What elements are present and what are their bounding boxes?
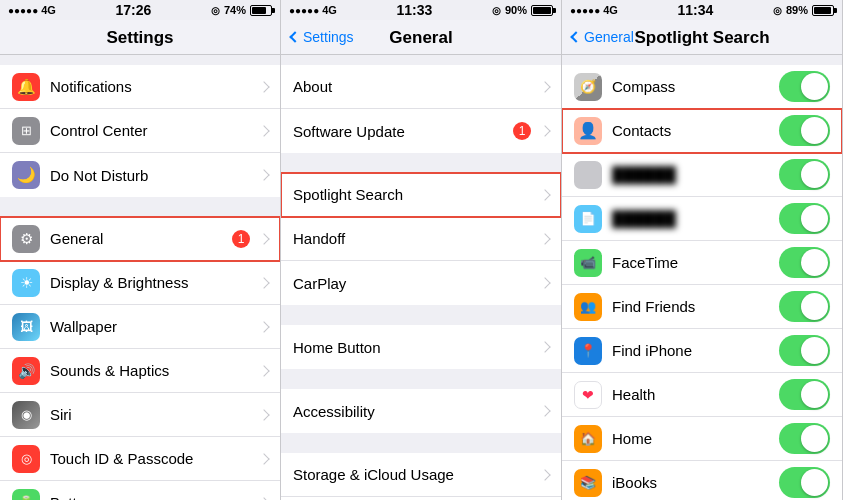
touchid-chevron bbox=[258, 453, 269, 464]
blurred1-toggle[interactable] bbox=[779, 159, 830, 190]
control-center-chevron bbox=[258, 125, 269, 136]
spotlight-item-home[interactable]: 🏠 Home bbox=[562, 417, 842, 461]
health-icon: ❤ bbox=[574, 381, 602, 409]
general-divider-2 bbox=[281, 305, 561, 315]
status-left-general: ●●●●● 4G bbox=[289, 4, 337, 16]
spotlight-scroll[interactable]: 🧭 Compass 👤 Contacts ██████ bbox=[562, 55, 842, 500]
settings-item-notifications[interactable]: 🔔 Notifications bbox=[0, 65, 280, 109]
location-icon-general: ◎ bbox=[492, 5, 501, 16]
spotlight-item-find-friends[interactable]: 👥 Find Friends bbox=[562, 285, 842, 329]
find-friends-icon: 👥 bbox=[574, 293, 602, 321]
compass-toggle[interactable] bbox=[779, 71, 830, 102]
siri-icon: ◉ bbox=[12, 401, 40, 429]
compass-label: Compass bbox=[612, 78, 779, 95]
sounds-icon: 🔊 bbox=[12, 357, 40, 385]
control-center-icon: ⊞ bbox=[12, 117, 40, 145]
spotlight-item-blurred2[interactable]: 📄 ██████ bbox=[562, 197, 842, 241]
settings-item-touchid[interactable]: ◎ Touch ID & Passcode bbox=[0, 437, 280, 481]
spotlight-item-compass[interactable]: 🧭 Compass bbox=[562, 65, 842, 109]
home-toggle-knob bbox=[801, 425, 828, 452]
general-item-about[interactable]: About bbox=[281, 65, 561, 109]
contacts-toggle-knob bbox=[801, 117, 828, 144]
touchid-label: Touch ID & Passcode bbox=[50, 450, 256, 467]
spotlight-item-contacts[interactable]: 👤 Contacts bbox=[562, 109, 842, 153]
settings-scroll[interactable]: 🔔 Notifications ⊞ Control Center 🌙 Do No… bbox=[0, 55, 280, 500]
home-button-label: Home Button bbox=[293, 339, 537, 356]
blurred2-toggle[interactable] bbox=[779, 203, 830, 234]
settings-item-display[interactable]: ☀ Display & Brightness bbox=[0, 261, 280, 305]
health-toggle-knob bbox=[801, 381, 828, 408]
notifications-icon: 🔔 bbox=[12, 73, 40, 101]
find-iphone-toggle[interactable] bbox=[779, 335, 830, 366]
general-item-carplay[interactable]: CarPlay bbox=[281, 261, 561, 305]
display-chevron bbox=[258, 277, 269, 288]
status-left-spotlight: ●●●●● 4G bbox=[570, 4, 618, 16]
find-friends-label: Find Friends bbox=[612, 298, 779, 315]
spotlight-item-find-iphone[interactable]: 📍 Find iPhone bbox=[562, 329, 842, 373]
blurred1-label: ██████ bbox=[612, 166, 779, 183]
status-right-general: ◎ 90% bbox=[492, 4, 553, 16]
battery-settings-icon: 🔋 bbox=[12, 489, 40, 501]
location-icon-spotlight: ◎ bbox=[773, 5, 782, 16]
ibooks-toggle[interactable] bbox=[779, 467, 830, 498]
general-item-spotlight[interactable]: Spotlight Search bbox=[281, 173, 561, 217]
status-right-spotlight: ◎ 89% bbox=[773, 4, 834, 16]
general-item-storage[interactable]: Storage & iCloud Usage bbox=[281, 453, 561, 497]
find-iphone-toggle-knob bbox=[801, 337, 828, 364]
spotlight-back-button[interactable]: General bbox=[572, 29, 634, 45]
general-back-label: Settings bbox=[303, 29, 354, 45]
spotlight-header: General Spotlight Search bbox=[562, 20, 842, 55]
touchid-icon: ◎ bbox=[12, 445, 40, 473]
spotlight-item-blurred1[interactable]: ██████ bbox=[562, 153, 842, 197]
general-scroll[interactable]: About Software Update 1 Spotlight Search… bbox=[281, 55, 561, 500]
battery-icon-general bbox=[531, 5, 553, 16]
settings-item-dnd[interactable]: 🌙 Do Not Disturb bbox=[0, 153, 280, 197]
settings-item-control-center[interactable]: ⊞ Control Center bbox=[0, 109, 280, 153]
find-friends-toggle[interactable] bbox=[779, 291, 830, 322]
general-item-accessibility[interactable]: Accessibility bbox=[281, 389, 561, 433]
carplay-chevron bbox=[539, 277, 550, 288]
settings-item-sounds[interactable]: 🔊 Sounds & Haptics bbox=[0, 349, 280, 393]
signal-dots-general: ●●●●● bbox=[289, 5, 319, 16]
spotlight-item-health[interactable]: ❤ Health bbox=[562, 373, 842, 417]
status-left: ●●●●● 4G bbox=[8, 4, 56, 16]
facetime-icon: 📹 bbox=[574, 249, 602, 277]
general-section-3: Home Button bbox=[281, 325, 561, 369]
battery-pct-spotlight: 89% bbox=[786, 4, 808, 16]
display-icon: ☀ bbox=[12, 269, 40, 297]
accessibility-label: Accessibility bbox=[293, 403, 537, 420]
find-iphone-icon: 📍 bbox=[574, 337, 602, 365]
general-divider-4 bbox=[281, 433, 561, 443]
blurred1-icon bbox=[574, 161, 602, 189]
blurred2-toggle-knob bbox=[801, 205, 828, 232]
settings-header: Settings bbox=[0, 20, 280, 55]
health-toggle[interactable] bbox=[779, 379, 830, 410]
contacts-toggle[interactable] bbox=[779, 115, 830, 146]
home-spotlight-icon: 🏠 bbox=[574, 425, 602, 453]
settings-item-battery[interactable]: 🔋 Battery bbox=[0, 481, 280, 500]
settings-item-general[interactable]: ⚙ General 1 bbox=[0, 217, 280, 261]
general-label: General bbox=[50, 230, 232, 247]
settings-item-siri[interactable]: ◉ Siri bbox=[0, 393, 280, 437]
status-bar-general: ●●●●● 4G 11:33 ◎ 90% bbox=[281, 0, 561, 20]
signal-dots-spotlight: ●●●●● bbox=[570, 5, 600, 16]
carrier-spotlight: 4G bbox=[603, 4, 618, 16]
general-item-home-button[interactable]: Home Button bbox=[281, 325, 561, 369]
facetime-toggle[interactable] bbox=[779, 247, 830, 278]
home-toggle[interactable] bbox=[779, 423, 830, 454]
general-back-button[interactable]: Settings bbox=[291, 29, 354, 45]
spotlight-section: 🧭 Compass 👤 Contacts ██████ bbox=[562, 65, 842, 500]
storage-label: Storage & iCloud Usage bbox=[293, 466, 537, 483]
spotlight-label: Spotlight Search bbox=[293, 186, 537, 203]
settings-title: Settings bbox=[106, 28, 173, 47]
general-divider-1 bbox=[281, 153, 561, 163]
spotlight-item-facetime[interactable]: 📹 FaceTime bbox=[562, 241, 842, 285]
accessibility-chevron bbox=[539, 405, 550, 416]
settings-item-wallpaper[interactable]: 🖼 Wallpaper bbox=[0, 305, 280, 349]
wallpaper-icon: 🖼 bbox=[12, 313, 40, 341]
home-button-chevron bbox=[539, 341, 550, 352]
spotlight-item-ibooks[interactable]: 📚 iBooks bbox=[562, 461, 842, 500]
status-bar-spotlight: ●●●●● 4G 11:34 ◎ 89% bbox=[562, 0, 842, 20]
general-item-handoff[interactable]: Handoff bbox=[281, 217, 561, 261]
general-item-software[interactable]: Software Update 1 bbox=[281, 109, 561, 153]
